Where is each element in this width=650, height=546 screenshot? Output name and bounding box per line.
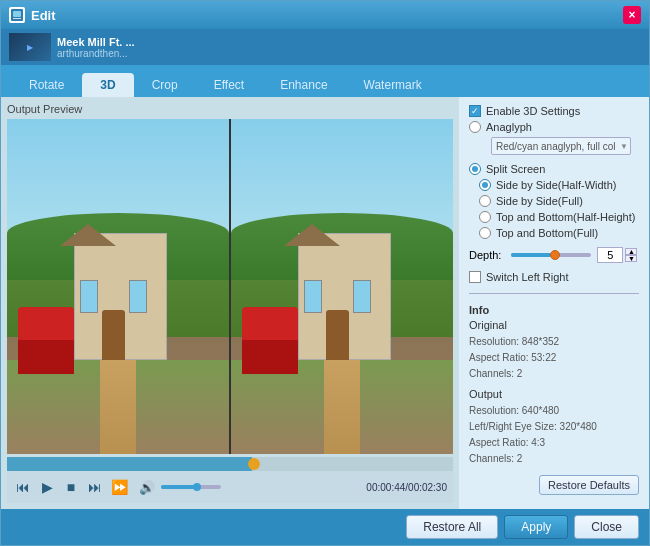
video-left [7, 119, 229, 454]
tabs-bar: Rotate 3D Crop Effect Enhance Watermark [1, 65, 649, 97]
tab-effect[interactable]: Effect [196, 73, 262, 97]
depth-label: Depth: [469, 249, 501, 261]
svg-rect-1 [13, 11, 21, 17]
anaglyph-dropdown-row: Red/cyan anaglyph, full color ▼ [491, 137, 639, 155]
output-aspect: Aspect Ratio: 4:3 [469, 435, 639, 451]
depth-value: ▲ ▼ [597, 247, 637, 263]
svg-rect-2 [13, 18, 21, 19]
settings-panel: Enable 3D Settings Anaglyph Red/cyan ana… [459, 97, 649, 509]
tab-3d[interactable]: 3D [82, 73, 133, 97]
stop-button[interactable]: ■ [61, 477, 81, 497]
split-screen-radio[interactable] [469, 163, 481, 175]
skip-start-button[interactable]: ⏮ [13, 477, 33, 497]
switch-lr-label: Switch Left Right [486, 271, 569, 283]
volume-thumb [193, 483, 201, 491]
restore-defaults-row: Restore Defaults [469, 475, 639, 495]
edit-window: Edit × ▶ Meek Mill Ft. ... arthurandthen… [0, 0, 650, 546]
media-thumbnail: ▶ [9, 33, 51, 61]
preview-label: Output Preview [7, 103, 453, 115]
content-area: Output Preview [1, 97, 649, 509]
side-by-side-half-row: Side by Side(Half-Width) [479, 179, 639, 191]
enable-3d-label: Enable 3D Settings [486, 105, 580, 117]
anaglyph-row: Anaglyph [469, 121, 639, 133]
depth-thumb [550, 250, 560, 260]
original-resolution: Resolution: 848*352 [469, 334, 639, 350]
restore-defaults-button[interactable]: Restore Defaults [539, 475, 639, 495]
tab-enhance[interactable]: Enhance [262, 73, 345, 97]
depth-increase-button[interactable]: ▲ [625, 248, 637, 255]
output-resolution: Resolution: 640*480 [469, 403, 639, 419]
top-bottom-half-row: Top and Bottom(Half-Height) [479, 211, 639, 223]
anaglyph-dropdown[interactable]: Red/cyan anaglyph, full color [491, 137, 631, 155]
tab-watermark[interactable]: Watermark [346, 73, 440, 97]
top-bottom-half-radio[interactable] [479, 211, 491, 223]
media-info: Meek Mill Ft. ... arthurandthen... [57, 36, 135, 59]
anaglyph-radio[interactable] [469, 121, 481, 133]
timeline-progress [7, 457, 252, 471]
split-screen-row: Split Screen [469, 163, 639, 175]
depth-fill [511, 253, 551, 257]
switch-lr-row: Switch Left Right [469, 271, 639, 283]
apply-button[interactable]: Apply [504, 515, 568, 539]
side-by-side-half-radio[interactable] [479, 179, 491, 191]
video-container [7, 119, 453, 454]
close-window-button[interactable]: × [623, 6, 641, 24]
preview-panel: Output Preview [1, 97, 459, 509]
output-eye-size: Left/Right Eye Size: 320*480 [469, 419, 639, 435]
timeline[interactable] [7, 457, 453, 471]
tab-crop[interactable]: Crop [134, 73, 196, 97]
title-bar: Edit × [1, 1, 649, 29]
media-subtitle: arthurandthen... [57, 48, 135, 59]
depth-spinners: ▲ ▼ [625, 248, 637, 262]
depth-slider[interactable] [511, 253, 591, 257]
side-by-side-full-row: Side by Side(Full) [479, 195, 639, 207]
enable-3d-row: Enable 3D Settings [469, 105, 639, 117]
info-section: Info Original Resolution: 848*352 Aspect… [469, 304, 639, 467]
volume-icon: 🔊 [139, 480, 155, 495]
switch-lr-checkbox[interactable] [469, 271, 481, 283]
tab-rotate[interactable]: Rotate [11, 73, 82, 97]
bottom-bar: Restore All Apply Close [1, 509, 649, 545]
output-title: Output [469, 388, 639, 400]
enable-3d-checkbox[interactable] [469, 105, 481, 117]
time-display: 00:00:44/00:02:30 [366, 482, 447, 493]
skip-end-button[interactable]: ⏭ [85, 477, 105, 497]
side-by-side-half-label: Side by Side(Half-Width) [496, 179, 616, 191]
play-button[interactable]: ▶ [37, 477, 57, 497]
media-title: Meek Mill Ft. ... [57, 36, 135, 48]
side-by-side-full-radio[interactable] [479, 195, 491, 207]
top-bottom-half-label: Top and Bottom(Half-Height) [496, 211, 635, 223]
top-bottom-full-radio[interactable] [479, 227, 491, 239]
divider-1 [469, 293, 639, 294]
close-button[interactable]: Close [574, 515, 639, 539]
video-frame [7, 119, 453, 454]
info-title: Info [469, 304, 639, 316]
top-bottom-full-row: Top and Bottom(Full) [479, 227, 639, 239]
video-right [231, 119, 453, 454]
anaglyph-label: Anaglyph [486, 121, 532, 133]
original-aspect: Aspect Ratio: 53:22 [469, 350, 639, 366]
controls-bar: ⏮ ▶ ■ ⏭ ⏩ 🔊 00:00:44/00:02:30 [7, 471, 453, 503]
side-by-side-full-label: Side by Side(Full) [496, 195, 583, 207]
anaglyph-dropdown-wrapper: Red/cyan anaglyph, full color ▼ [491, 137, 631, 155]
depth-decrease-button[interactable]: ▼ [625, 255, 637, 262]
media-header: ▶ Meek Mill Ft. ... arthurandthen... [1, 29, 649, 65]
depth-input[interactable] [597, 247, 623, 263]
title-icon [9, 7, 25, 23]
window-title: Edit [31, 8, 623, 23]
output-channels: Channels: 2 [469, 451, 639, 467]
depth-row: Depth: ▲ ▼ [469, 247, 639, 263]
original-title: Original [469, 319, 639, 331]
top-bottom-full-label: Top and Bottom(Full) [496, 227, 598, 239]
split-screen-label: Split Screen [486, 163, 545, 175]
original-channels: Channels: 2 [469, 366, 639, 382]
timeline-thumb[interactable] [248, 458, 260, 470]
restore-all-button[interactable]: Restore All [406, 515, 498, 539]
next-frame-button[interactable]: ⏩ [109, 477, 129, 497]
volume-slider[interactable] [161, 485, 221, 489]
